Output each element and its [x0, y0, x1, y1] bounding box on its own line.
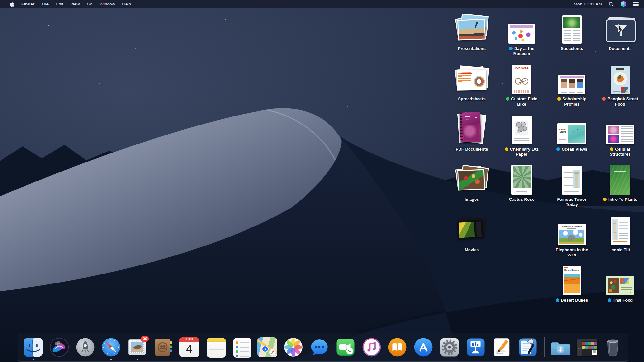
menu-bar-right: Mon 11:41 AM	[574, 0, 644, 8]
trash-icon	[602, 337, 623, 358]
stack-label: Images	[465, 197, 479, 202]
menubar-clock[interactable]: Mon 11:41 AM	[574, 2, 602, 6]
stack-label: Cellular Structures	[601, 147, 640, 157]
dock-item-app-store[interactable]	[412, 334, 435, 360]
menu-view[interactable]: View	[67, 0, 83, 8]
dock-item-minimized-window[interactable]	[575, 334, 598, 360]
app-store-icon	[413, 337, 434, 358]
launchpad-icon	[75, 337, 96, 358]
menu-bar: FinderFileEditViewGoWindowHelp Mon 11:41…	[0, 0, 644, 8]
calendar-icon: JUN4	[179, 337, 200, 358]
stack-thumbnail: Elephants in the Wild	[548, 213, 596, 245]
pages-icon	[491, 337, 512, 358]
reminders-icon	[231, 337, 252, 358]
dock-item-xcode[interactable]	[516, 334, 539, 360]
menu-window[interactable]: Window	[96, 0, 118, 8]
maps-icon: ▲	[257, 337, 278, 358]
tag-dot-yellow	[505, 147, 508, 151]
desktop-document-bangkok-street-food[interactable]: Bangkok Street Food	[596, 62, 644, 107]
facetime-icon	[335, 337, 356, 358]
stack-thumbnail	[497, 162, 546, 195]
dock-item-pages[interactable]	[490, 334, 513, 360]
desktop-document-succulents[interactable]: Succulents	[548, 12, 596, 51]
notification-center-icon[interactable]	[632, 0, 639, 8]
dock-item-facetime[interactable]	[334, 334, 357, 360]
desktop-document-cellular-structures[interactable]: Cellular Structures	[596, 112, 644, 157]
menu-file[interactable]: File	[38, 0, 52, 8]
wallpaper-mojave-night	[0, 0, 644, 362]
dock-item-keynote[interactable]	[464, 334, 487, 360]
dock-item-trash[interactable]	[601, 334, 624, 360]
dock-item-messages[interactable]	[308, 334, 331, 360]
stack-label: Succulents	[561, 46, 583, 51]
tag-dot-blue	[556, 298, 559, 302]
dock-item-contacts[interactable]	[152, 334, 175, 360]
desktop-document-desert-dunes[interactable]: Desert Dunes Desert Dunes	[548, 263, 596, 303]
desktop-stack-spreadsheets[interactable]: Spreadsheets	[448, 62, 496, 102]
desktop-stack-movies[interactable]: Movies	[448, 213, 496, 253]
tag-dot-blue	[608, 298, 611, 302]
finder-icon	[23, 337, 44, 358]
dock-item-safari[interactable]	[99, 334, 123, 360]
desktop-stack-presentations[interactable]: Presentations	[448, 12, 496, 51]
desktop-document-ocean-views[interactable]: OceanViews Ocean Views	[548, 112, 596, 152]
dock-item-calendar[interactable]: JUN4	[178, 334, 201, 360]
dock-item-photos[interactable]	[282, 334, 305, 360]
desktop-document-famous-tower-today[interactable]: Famous Tower Today	[548, 162, 596, 207]
dock-item-launchpad[interactable]	[74, 334, 97, 360]
menu-edit[interactable]: Edit	[52, 0, 67, 8]
menu-finder[interactable]: Finder	[18, 0, 38, 8]
mouse-cursor	[618, 24, 625, 34]
dock-item-siri[interactable]	[48, 334, 71, 360]
tag-dot-blue	[509, 47, 513, 50]
dock-item-notes[interactable]	[204, 334, 227, 360]
siri-icon[interactable]	[620, 0, 627, 8]
desktop-document-scholarship-profiles[interactable]: Scholarship Profiles	[548, 62, 596, 107]
dock-item-itunes[interactable]	[360, 334, 383, 360]
stack-label: Iconic Tilt	[611, 247, 630, 253]
contacts-icon	[153, 337, 174, 358]
thumb-title: Desert Dunes	[564, 269, 579, 271]
stack-label: Movies	[465, 247, 479, 253]
spotlight-search-icon[interactable]	[608, 0, 614, 8]
stack-label: Custom Fixie Bike	[502, 97, 541, 107]
system-preferences-icon	[439, 337, 460, 358]
stack-label: Chemistry 101 Paper	[502, 147, 541, 157]
stack-thumbnail	[448, 12, 496, 44]
dock-item-system-preferences[interactable]	[438, 334, 461, 360]
stack-thumbnail: OceanViews	[548, 112, 596, 144]
apple-menu[interactable]	[6, 0, 18, 8]
tag-dot-yellow	[610, 147, 613, 151]
desktop-document-day-at-the-museum[interactable]: Day at the Museum	[497, 12, 546, 56]
desktop-document-iconic-tilt[interactable]: Iconic Tilt	[596, 213, 644, 253]
dock-item-books[interactable]	[386, 334, 409, 360]
dock-item-mail[interactable]: 30	[126, 334, 149, 360]
desktop-document-custom-fixie-bike[interactable]: FOR SALE Custom Fixie Bike	[497, 62, 546, 107]
desktop-document-thai-food[interactable]: Thai Food	[596, 263, 644, 303]
desktop-document-cactus-rose[interactable]: Cactus Rose	[497, 162, 546, 202]
menu-go[interactable]: Go	[83, 0, 96, 8]
stack-thumbnail	[596, 263, 644, 295]
thumb-title: Elephants in the Wild	[558, 225, 586, 227]
stack-label: Spreadsheets	[458, 97, 485, 102]
running-indicator	[110, 359, 112, 360]
desktop-document-intro-to-plants[interactable]: Intro To Plants	[596, 162, 644, 202]
dock-item-downloads[interactable]	[549, 334, 573, 360]
stack-label: Bangkok Street Food	[601, 97, 640, 107]
dock-item-finder[interactable]	[22, 334, 45, 360]
dock-item-reminders[interactable]	[230, 334, 253, 360]
desktop-document-elephants-in-the-wild[interactable]: Elephants in the Wild Elephants in the W…	[548, 213, 596, 258]
dock-item-maps[interactable]: ▲	[256, 334, 279, 360]
desktop-document-chemistry-101-paper[interactable]: Chemistry 101 Paper	[497, 112, 546, 157]
stack-thumbnail	[596, 112, 644, 144]
notes-icon	[205, 337, 226, 358]
stack-thumbnail	[596, 62, 644, 94]
stack-label: Scholarship Profiles	[552, 97, 592, 107]
dock-separator	[544, 337, 545, 357]
desktop-stack-images[interactable]: Images	[448, 162, 496, 202]
menu-help[interactable]: Help	[118, 0, 135, 8]
desktop-stack-pdf-documents[interactable]: PDF Documents	[448, 112, 496, 152]
stack-label: Presentations	[458, 46, 486, 51]
messages-icon	[309, 337, 330, 358]
stack-thumbnail: FOR SALE	[497, 62, 546, 94]
